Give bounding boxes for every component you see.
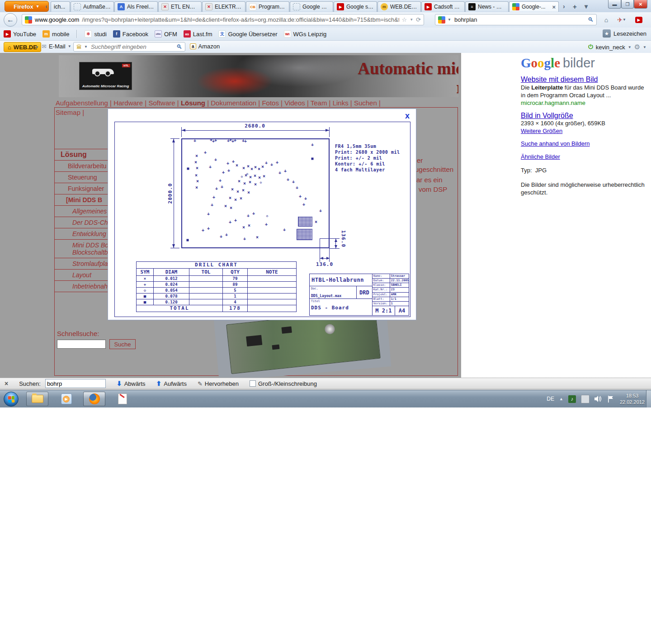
tab-news-mikr-[interactable]: ≡News - Mikr...: [465, 1, 509, 12]
nav-item-fotos[interactable]: Fotos: [262, 99, 279, 107]
nav-item-dokumentation[interactable]: Dokumentation: [211, 99, 256, 107]
webde-magnifier-icon[interactable]: 🔍︎: [176, 43, 182, 50]
tab-etl-energi-[interactable]: ✕ETL ENERGI...: [158, 1, 202, 12]
nav-item-suchen[interactable]: Suchen: [354, 99, 377, 107]
bookmark-facebook[interactable]: fFacebook: [113, 30, 148, 38]
restore-button[interactable]: ❐: [621, 0, 634, 9]
bookmark-youtube[interactable]: ▶YouTube: [4, 30, 36, 38]
minimize-button[interactable]: ▬: [608, 0, 621, 9]
similar-images-link[interactable]: Ähnliche Bilder: [521, 153, 560, 160]
amazon-button[interactable]: a Amazon: [190, 43, 220, 50]
find-close-icon[interactable]: ×: [5, 380, 8, 387]
drill-mark-+: +: [244, 139, 247, 143]
search-bar[interactable]: ▼ 🔍︎: [435, 14, 597, 25]
tab-google-[interactable]: Google-...×: [509, 1, 559, 12]
clipboard-icon[interactable]: [581, 395, 590, 403]
fullsize-image-link[interactable]: Bild in Vollgröße: [521, 112, 573, 120]
bookmark-last-fm[interactable]: asLast.fm: [184, 30, 212, 38]
taskbar-firefox-button[interactable]: [83, 392, 105, 406]
search-by-image-link[interactable]: Suche anhand von Bildern: [521, 140, 590, 147]
home-button[interactable]: ⌂: [600, 14, 612, 25]
close-button[interactable]: ✕: [634, 0, 647, 9]
reload-icon[interactable]: ⟳: [416, 16, 421, 23]
back-button[interactable]: ←: [4, 13, 17, 27]
taskbar-explorer-button[interactable]: [26, 392, 48, 406]
bookmark-label: OFM: [164, 31, 177, 38]
webde-dropdown-icon[interactable]: ▼: [35, 45, 39, 49]
match-case-checkbox[interactable]: Groß-/Kleinschreibung: [250, 380, 317, 387]
nav-item-software[interactable]: Software: [148, 99, 175, 107]
schnellsuche-button[interactable]: Suche: [109, 339, 136, 349]
webde-search-dropdown-icon[interactable]: ▼: [84, 45, 88, 49]
webde-search-input[interactable]: [90, 43, 174, 51]
search-magnifier-icon[interactable]: 🔍︎: [588, 16, 594, 23]
tab-elektrom-[interactable]: ✕ELEKTROM...: [202, 1, 245, 12]
new-tab-button[interactable]: +: [573, 3, 577, 10]
nav-item-sitemap[interactable]: Sitemap: [56, 109, 80, 116]
bookmark-mobile[interactable]: mmobile: [42, 30, 69, 38]
search-engine-dropdown-icon[interactable]: ▼: [448, 18, 451, 22]
language-indicator[interactable]: DE: [547, 396, 554, 402]
email-button[interactable]: ✉ E-Mail ▼: [42, 43, 71, 50]
drawing-title: DDS - Board: [311, 305, 371, 311]
find-next-button[interactable]: ⬇ Abwärts: [117, 380, 146, 387]
clock[interactable]: 18:5322.02.2012: [620, 393, 645, 405]
nav-item-aufgabenstellung[interactable]: Aufgabenstellung: [56, 99, 108, 107]
tab-google-sket-[interactable]: ▶Google sket...: [334, 1, 377, 12]
more-sizes-link[interactable]: Weitere Größen: [521, 128, 562, 134]
url-dropdown-icon[interactable]: ▼: [410, 18, 413, 22]
drill-mark-x: ×: [258, 175, 261, 180]
search-input[interactable]: [453, 16, 585, 24]
email-dropdown-icon[interactable]: ▼: [68, 44, 71, 48]
tab-scroll-left-icon[interactable]: ‹: [45, 3, 47, 10]
tab-cadsoft-ea-[interactable]: ▶Cadsoft EA...: [421, 1, 465, 12]
bookmark-wgs-leipzig[interactable]: WiWGs Leipzig: [284, 30, 327, 38]
banner-title-line1: Automatic microcar: [249, 59, 458, 78]
gear-icon[interactable]: ⚙︎: [634, 43, 640, 51]
tab-list-icon[interactable]: ▾: [585, 3, 588, 10]
bookmarks-menu-button[interactable]: ★ Lesezeichen: [603, 29, 646, 38]
music-app-icon[interactable]: ♪: [568, 395, 576, 403]
drill-mark-+: +: [276, 160, 278, 165]
find-input[interactable]: [45, 379, 106, 388]
highlight-all-button[interactable]: ✎ Hervorheben: [198, 380, 239, 387]
nav-item-links[interactable]: Links: [333, 99, 349, 107]
taskbar-editor-button[interactable]: [111, 392, 133, 406]
popup-close-icon[interactable]: x: [405, 112, 410, 120]
taskbar-mediaplayer-button[interactable]: ▶: [55, 392, 77, 406]
schnellsuche-input[interactable]: [57, 340, 106, 349]
action-center-flag-icon[interactable]: [607, 395, 615, 403]
power-icon: ⏻︎: [588, 43, 593, 51]
pcb-chip: [281, 327, 292, 334]
tab-ich-[interactable]: ich...: [51, 1, 70, 12]
volume-icon[interactable]: [594, 395, 602, 403]
user-dropdown-icon[interactable]: ▼: [628, 45, 632, 49]
start-button[interactable]: [4, 392, 19, 407]
bookmark-studi[interactable]: ✱studi: [85, 30, 106, 38]
youtube-addon-button[interactable]: ▶: [632, 14, 646, 25]
tab-web-de-fre-[interactable]: mWEB.DE Fre...: [377, 1, 421, 12]
website-with-image-link[interactable]: Website mit diesem Bild: [521, 76, 598, 84]
nav-item-hardware[interactable]: Hardware: [113, 99, 143, 107]
tab-close-icon[interactable]: ×: [552, 4, 556, 10]
tab-scroll-right-icon[interactable]: ›: [563, 3, 565, 10]
firefox-menu-button[interactable]: Firefox ▼: [5, 1, 49, 12]
bookmark-ofm[interactable]: ofmOFM: [155, 30, 177, 38]
tab-programm-f-[interactable]: CBProgramm f...: [246, 1, 289, 12]
url-bar[interactable]: www.google.com /imgres?q=bohrplan+leiter…: [22, 14, 424, 25]
bookmark-google-bersetzer[interactable]: 文Google Übersetzer: [218, 30, 277, 38]
gear-dropdown-icon[interactable]: ▼: [643, 45, 646, 49]
bookmark-star-icon[interactable]: ☆: [402, 16, 407, 23]
nav-item-team[interactable]: Team: [311, 99, 327, 107]
tab-als-freelanc-[interactable]: AAls Freelanc...: [114, 1, 158, 12]
webde-search-box[interactable]: 🏛︎ ▼ 🔍︎: [73, 42, 185, 52]
show-desktop-button[interactable]: [646, 390, 651, 407]
nav-item-videos[interactable]: Videos: [284, 99, 305, 107]
hidden-icons-chevron[interactable]: ▲: [559, 397, 563, 401]
nav-item-lösung[interactable]: Lösung: [181, 99, 205, 107]
tab-aufma-e-all-[interactable]: Aufmaße all...: [71, 1, 114, 12]
play-favicon: ▶: [337, 3, 344, 10]
send-page-icon[interactable]: ✈▼: [614, 14, 629, 25]
tab-google-sket-[interactable]: Google Sket...: [290, 1, 333, 12]
find-previous-button[interactable]: ⬆ Aufwärts: [156, 380, 187, 387]
